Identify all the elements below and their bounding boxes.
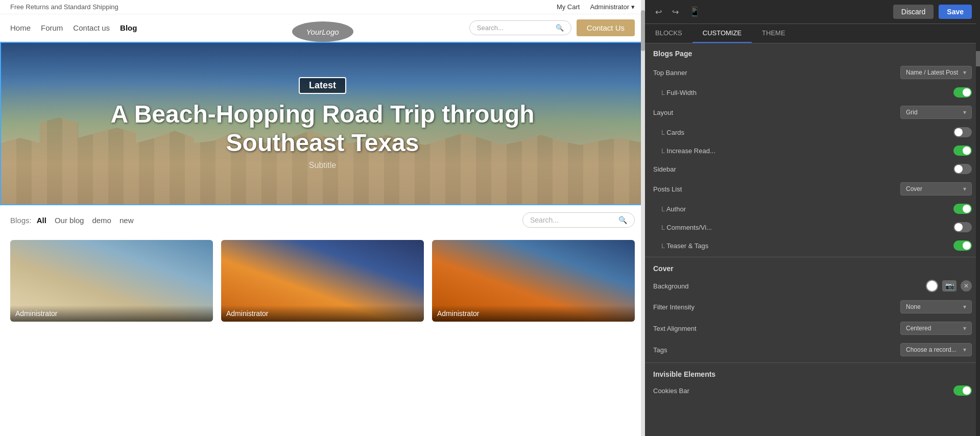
top-banner-dropdown[interactable]: Name / Latest Post ▾ [900,66,972,79]
sidebar-label: Sidebar [653,165,676,173]
filter-new[interactable]: new [119,216,134,225]
tags-row: Tags Choose a record... ▾ [645,339,980,360]
background-clear-button[interactable]: ✕ [961,280,972,292]
nav-contact[interactable]: Contact us [73,23,110,32]
logo[interactable]: YourLogo [292,21,353,42]
mobile-preview-button[interactable]: 📱 [687,4,702,19]
card-overlay-1: Administrator [10,305,213,322]
nav-forum[interactable]: Forum [41,23,63,32]
divider-1 [645,257,980,257]
background-color-picker[interactable] [926,280,938,292]
increase-read-toggle[interactable] [953,146,972,156]
cookies-bar-toggle[interactable] [953,385,972,396]
panel-header: ↩ ↪ 📱 Discard Save [645,0,980,24]
undo-button[interactable]: ↩ [653,5,664,19]
top-bar: Free Returns and Standard Shipping My Ca… [0,0,645,14]
filter-search-icon[interactable]: 🔍 [618,216,627,224]
text-alignment-label: Text Alignment [653,325,697,332]
discard-button[interactable]: Discard [893,5,934,19]
admin-dropdown[interactable]: Administrator ▾ [590,3,635,11]
hero-title: A Beach-Hopping Road Trip through Southe… [93,100,553,156]
cards-grid: Administrator Administrator Administrato… [0,235,645,436]
filter-all[interactable]: All [37,216,46,225]
posts-list-chevron-icon: ▾ [963,185,966,192]
divider-2 [645,362,980,363]
nav-blog[interactable]: Blog [120,23,137,32]
blogs-filter: Blogs: All Our blog demo new Search... 🔍 [0,205,645,235]
hero-subtitle: Subtitle [309,161,336,170]
filter-search-box[interactable]: Search... 🔍 [522,212,635,228]
invisible-elements-header: Invisible Elements [645,365,980,381]
teaser-tags-label: Teaser & Tags [653,242,708,250]
filter-demo[interactable]: demo [92,216,111,225]
nav-bar: Home Forum Contact us Blog YourLogo Sear… [0,14,645,42]
hero-content: Latest A Beach-Hopping Road Trip through… [1,43,644,204]
text-alignment-chevron-icon: ▾ [963,325,966,332]
filter-intensity-dropdown[interactable]: None ▾ [900,300,972,313]
nav-search-icon[interactable]: 🔍 [556,24,564,32]
background-row: Background 📷 ✕ [645,276,980,296]
redo-button[interactable]: ↪ [670,5,681,19]
panel-scrollbar[interactable] [976,0,980,436]
full-width-toggle-thumb [963,88,971,96]
admin-chevron-icon: ▾ [631,3,635,11]
card-author-1: Administrator [15,309,57,318]
author-toggle[interactable] [953,204,972,214]
text-alignment-dropdown[interactable]: Centered ▾ [900,322,972,335]
table-row[interactable]: Administrator [221,240,424,322]
posts-list-row: Posts List Cover ▾ [645,178,980,200]
layout-chevron-icon: ▾ [963,109,966,116]
tab-blocks[interactable]: BLOCKS [645,24,692,43]
comments-toggle-thumb [954,223,963,231]
full-width-toggle[interactable] [953,87,972,98]
cart-link[interactable]: My Cart [557,3,580,11]
cookies-bar-toggle-thumb [963,386,971,395]
cards-toggle-thumb [954,128,963,136]
teaser-tags-toggle[interactable] [953,240,972,251]
nav-search-box[interactable]: Search... 🔍 [469,20,571,35]
sidebar-toggle[interactable] [953,164,972,174]
filter-search-input[interactable]: Search... [530,216,614,224]
filter-intensity-label: Filter Intensity [653,303,695,311]
posts-list-dropdown[interactable]: Cover ▾ [900,182,972,196]
nav-search-input[interactable]: Search... [477,24,553,32]
panel-content: Blogs Page Top Banner Name / Latest Post… [645,43,980,436]
contact-us-button[interactable]: Contact Us [577,19,635,36]
cookies-bar-row: Cookies Bar [645,381,980,400]
text-alignment-row: Text Alignment Centered ▾ [645,318,980,339]
sidebar-row: Sidebar [645,160,980,178]
filter-intensity-chevron-icon: ▾ [963,303,966,310]
filter-links: All Our blog demo new [37,216,134,225]
tags-dropdown[interactable]: Choose a record... ▾ [900,343,972,356]
background-image-upload[interactable]: 📷 [942,280,957,292]
increase-read-row: Increase Read... [645,141,980,160]
increase-read-label: Increase Read... [653,147,715,155]
cards-toggle[interactable] [953,127,972,137]
layout-dropdown[interactable]: Grid ▾ [900,106,972,119]
panel-scrollbar-thumb[interactable] [976,51,980,66]
top-banner-row: Top Banner Name / Latest Post ▾ [645,62,980,83]
teaser-tags-row: Teaser & Tags [645,236,980,255]
camera-icon: 📷 [945,282,954,290]
author-row: Author [645,200,980,218]
filter-our-blog[interactable]: Our blog [55,216,84,225]
cards-label: Cards [653,129,684,136]
tab-theme[interactable]: THEME [752,24,796,43]
blogs-label: Blogs: [10,216,32,225]
background-label: Background [653,282,688,290]
tab-customize[interactable]: CUSTOMIZE [692,24,752,43]
table-row[interactable]: Administrator [432,240,635,322]
table-row[interactable]: Administrator [10,240,213,322]
top-banner-label: Top Banner [653,69,687,77]
logo-area: YourLogo [292,21,353,42]
author-toggle-thumb [963,205,971,213]
card-author-3: Administrator [437,309,479,318]
comments-toggle[interactable] [953,222,972,232]
blogs-page-section-header: Blogs Page [645,43,980,62]
nav-home[interactable]: Home [10,23,31,32]
comments-label: Comments/Vi... [653,224,712,231]
cookies-bar-label: Cookies Bar [653,387,689,395]
card-overlay-3: Administrator [432,305,635,322]
nav-links: Home Forum Contact us Blog [10,23,137,32]
save-button[interactable]: Save [939,5,972,19]
